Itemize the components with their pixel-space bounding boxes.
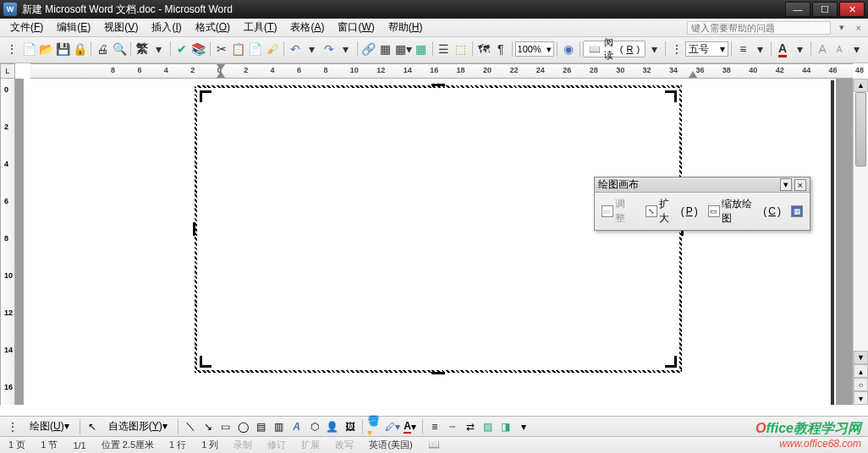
reading-layout-button[interactable]: 📖 阅读(R)	[583, 41, 646, 57]
insert-picture-button[interactable]: 🖼	[342, 418, 359, 435]
font-color-dropdown[interactable]: ▾	[791, 40, 808, 58]
rectangle-button[interactable]: ▭	[217, 418, 234, 435]
new-doc-button[interactable]: 📄	[20, 40, 37, 58]
grip-icon-2[interactable]: ⋮	[668, 40, 685, 58]
arrow-button[interactable]: ↘	[200, 418, 217, 435]
scale-drawing-button[interactable]: ▭缩放绘图(C)	[705, 195, 784, 227]
browse-object-button[interactable]: ○	[854, 378, 868, 391]
document-page[interactable]	[24, 79, 836, 405]
menu-edit[interactable]: 编辑(E)	[50, 19, 97, 36]
font-color-button[interactable]: A	[774, 40, 791, 58]
research-button[interactable]: 📚	[190, 40, 207, 58]
align-distribute-button[interactable]: ≡	[734, 40, 751, 58]
arrow-style-button[interactable]: ⇄	[462, 418, 479, 435]
scroll-down-button[interactable]: ▼	[854, 351, 868, 364]
redo-button[interactable]: ↷	[321, 40, 338, 58]
autoshapes-menu[interactable]: 自选图形(Y)▾	[102, 418, 174, 435]
scroll-thumb[interactable]	[855, 92, 866, 166]
maximize-button[interactable]: ☐	[812, 2, 838, 17]
spellcheck-button[interactable]: ✔	[173, 40, 190, 58]
status-extend[interactable]: 扩展	[301, 439, 320, 451]
3d-button[interactable]: ◨	[497, 418, 514, 435]
expand-button[interactable]: ⤡扩大(P)	[642, 195, 701, 227]
indent-marker[interactable]	[217, 64, 225, 71]
format-painter-button[interactable]: 🖌	[264, 40, 281, 58]
scroll-track[interactable]	[854, 92, 868, 351]
float-toolbar-close[interactable]: ×	[794, 179, 806, 191]
copy-button[interactable]: 📋	[230, 40, 247, 58]
shadow-button[interactable]: ▨	[480, 418, 497, 435]
menu-format[interactable]: 格式(O)	[189, 19, 237, 36]
tab-selector[interactable]: L	[0, 63, 15, 79]
diagram-button[interactable]: ⬡	[306, 418, 323, 435]
next-page-button[interactable]: ▾	[854, 391, 868, 405]
grow-font-button[interactable]: A	[814, 40, 831, 58]
zoom-selector[interactable]: 100%▾	[515, 41, 554, 57]
status-record[interactable]: 录制	[233, 439, 252, 451]
menu-dropdown-icon[interactable]: ▾	[836, 22, 848, 33]
text-wrap-button[interactable]: ▦	[788, 204, 806, 219]
redo-dropdown[interactable]: ▾	[338, 40, 354, 58]
font-size-selector[interactable]: 五号▾	[685, 41, 728, 57]
right-indent-marker[interactable]	[689, 71, 697, 78]
tables-borders-button[interactable]: ▦	[377, 40, 394, 58]
clipart-button[interactable]: 👤	[324, 418, 341, 435]
toolbar-overflow-2[interactable]: ▾	[848, 40, 865, 58]
print-preview-button[interactable]: 🔍	[111, 40, 128, 58]
cut-button[interactable]: ✂	[213, 40, 230, 58]
status-overwrite[interactable]: 改写	[335, 439, 354, 451]
print-button[interactable]: 🖨	[94, 40, 111, 58]
toolbar-overflow[interactable]: ▾	[646, 40, 662, 58]
close-button[interactable]: ✕	[839, 2, 865, 17]
columns-button[interactable]: ☰	[436, 40, 453, 58]
oval-button[interactable]: ◯	[235, 418, 252, 435]
menu-window[interactable]: 窗口(W)	[331, 19, 381, 36]
undo-dropdown[interactable]: ▾	[304, 40, 321, 58]
resize-handle-left[interactable]	[193, 222, 195, 236]
line-style-button[interactable]: ≡	[426, 418, 443, 435]
doc-map-button[interactable]: 🗺	[475, 40, 492, 58]
wordart-button[interactable]: A	[288, 418, 305, 435]
textbox-button[interactable]: ▤	[253, 418, 270, 435]
shrink-font-button[interactable]: A	[831, 40, 848, 58]
draw-menu[interactable]: 绘图(U)▾	[23, 418, 76, 435]
indent-marker-bottom[interactable]	[217, 71, 225, 78]
dash-style-button[interactable]: ┈	[444, 418, 461, 435]
line-color-button[interactable]: 🖊▾	[384, 418, 401, 435]
fill-color-button[interactable]: 🪣▾	[366, 418, 383, 435]
menu-insert[interactable]: 插入(I)	[145, 19, 188, 36]
drawing-toggle-button[interactable]: ⬚	[453, 40, 470, 58]
menu-help[interactable]: 帮助(H)	[382, 19, 430, 36]
hyperlink-button[interactable]: 🔗	[360, 40, 377, 58]
drawing-overflow[interactable]: ▾	[515, 418, 532, 435]
open-button[interactable]: 📂	[37, 40, 54, 58]
resize-handle-top[interactable]	[431, 84, 445, 86]
vertical-scrollbar[interactable]: ▲ ▼ ▴ ○ ▾	[853, 79, 868, 405]
prev-page-button[interactable]: ▴	[854, 364, 868, 378]
save-button[interactable]: 💾	[54, 40, 71, 58]
excel-button[interactable]: ▦	[413, 40, 430, 58]
menu-file[interactable]: 文件(F)	[3, 19, 50, 36]
minimize-button[interactable]: —	[785, 2, 810, 17]
status-revision[interactable]: 修订	[267, 439, 286, 451]
fit-button[interactable]: ▭调整	[598, 195, 639, 227]
trad-simp-button[interactable]: 繁	[134, 40, 151, 58]
float-toolbar-options[interactable]: ▾	[780, 178, 792, 191]
vertical-textbox-button[interactable]: ▥	[271, 418, 288, 435]
insert-table-button[interactable]: ▦▾	[394, 40, 413, 58]
scroll-up-button[interactable]: ▲	[854, 79, 868, 92]
vertical-ruler[interactable]: 0246810121416	[0, 79, 15, 405]
show-marks-button[interactable]: ¶	[492, 40, 509, 58]
font-color-button-2[interactable]: A▾	[402, 418, 419, 435]
menu-view[interactable]: 视图(V)	[97, 19, 145, 36]
float-toolbar-header[interactable]: 绘图画布 ▾ ×	[595, 177, 810, 193]
menu-tools[interactable]: 工具(T)	[237, 19, 283, 36]
trad-simp-dropdown[interactable]: ▾	[151, 40, 168, 58]
document-close-button[interactable]: ×	[853, 23, 865, 33]
grip-icon-3[interactable]: ⋮	[3, 418, 22, 436]
drawing-canvas-toolbar[interactable]: 绘图画布 ▾ × ▭调整 ⤡扩大(P) ▭缩放绘图(C) ▦	[594, 177, 810, 231]
help-search-input[interactable]	[687, 21, 831, 35]
horizontal-ruler[interactable]: 8642024681012141618202224262830323436384…	[30, 63, 853, 79]
select-objects-button[interactable]: ↖	[84, 418, 101, 435]
status-language[interactable]: 英语(美国)	[369, 439, 412, 451]
